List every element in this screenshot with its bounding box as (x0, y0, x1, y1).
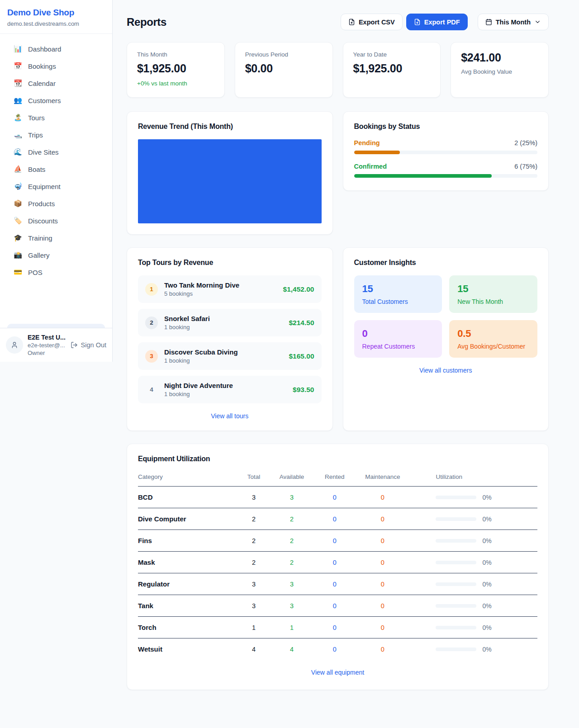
utilization-cell: 0% (409, 624, 537, 631)
stat-value: $0.00 (245, 62, 323, 75)
person-icon (11, 341, 18, 349)
equipment-utilization-card: Equipment Utilization Category Total Ava… (127, 444, 549, 690)
sidebar-item-trips[interactable]: 🛥️ Trips (7, 126, 105, 143)
tour-bookings: 1 booking (164, 357, 282, 364)
tour-list: 1 Two Tank Morning Dive 5 bookings $1,45… (138, 269, 322, 403)
stat-card-avg-booking-value: $241.00 Avg Booking Value (451, 42, 549, 98)
utilization-cell: 0% (409, 494, 537, 501)
utilization-percent: 0% (482, 581, 491, 588)
diving-mask-icon: 🤿 (14, 182, 22, 190)
col-available: Available (270, 469, 313, 487)
sign-out-button[interactable]: Sign Out (71, 341, 106, 349)
cell-maintenance: 0 (356, 638, 409, 660)
rank-badge: 4 (145, 383, 158, 396)
view-all-tours-link[interactable]: View all tours (138, 412, 322, 420)
utilization-bar (436, 517, 476, 521)
stat-delta: +0% vs last month (137, 80, 214, 87)
sidebar-item-dashboard[interactable]: 📊 Dashboard (7, 40, 105, 57)
sailboat-icon: ⛵ (14, 165, 22, 173)
progress-fill-confirmed (354, 174, 492, 178)
cell-maintenance: 0 (356, 595, 409, 617)
cell-total: 2 (238, 530, 270, 552)
stats-row: This Month $1,925.00 +0% vs last month P… (127, 42, 549, 98)
table-row: Mask 2 2 0 0 0% (138, 552, 537, 573)
utilization-bar (436, 539, 476, 543)
user-name: E2E Test U... (28, 334, 66, 341)
utilization-percent: 0% (482, 646, 491, 653)
sidebar-item-customers[interactable]: 👥 Customers (7, 92, 105, 109)
camera-icon: 📸 (14, 251, 22, 259)
sidebar-item-tours[interactable]: 🏝️ Tours (7, 109, 105, 126)
cell-available: 3 (270, 487, 313, 508)
sidebar-item-gallery[interactable]: 📸 Gallery (7, 246, 105, 264)
sidebar-item-bookings[interactable]: 📅 Bookings (7, 57, 105, 75)
view-all-equipment-link[interactable]: View all equipment (138, 669, 537, 676)
user-footer: E2E Test U... e2e-tester@... Owner Sign … (0, 328, 112, 362)
sidebar-item-discounts[interactable]: 🏷️ Discounts (7, 212, 105, 229)
sidebar-item-training[interactable]: 🎓 Training (7, 229, 105, 246)
page-title: Reports (127, 16, 166, 28)
stat-label: Previous Period (245, 51, 323, 58)
sidebar-item-label: Calendar (28, 80, 56, 87)
shop-name: Demo Dive Shop (7, 8, 105, 18)
table-row: Regulator 3 3 0 0 0% (138, 573, 537, 595)
cell-maintenance: 0 (356, 508, 409, 530)
utilization-bar (436, 626, 476, 629)
rank-badge: 2 (145, 317, 158, 329)
view-all-customers-link[interactable]: View all customers (354, 367, 538, 374)
progress-fill-pending (354, 151, 400, 154)
tag-icon: 🏷️ (14, 217, 22, 225)
tile-label: Total Customers (362, 298, 434, 305)
stat-label: Year to Date (353, 51, 431, 58)
tile-label: Avg Bookings/Customer (457, 343, 529, 350)
utilization-bar (436, 604, 476, 608)
main-content: Reports Export CSV Export PDF This Month (113, 0, 579, 690)
tear-off-calendar-icon: 📆 (14, 79, 22, 87)
cell-maintenance: 0 (356, 573, 409, 595)
package-icon: 📦 (14, 199, 22, 208)
stat-value: $241.00 (461, 51, 538, 64)
sidebar-item-equipment[interactable]: 🤿 Equipment (7, 178, 105, 195)
sidebar-item-label: Tours (28, 114, 45, 122)
cell-available: 1 (270, 617, 313, 638)
tour-name: Night Dive Adventure (164, 382, 286, 389)
sidebar-item-label: Discounts (28, 217, 58, 225)
tile-value: 0 (362, 328, 434, 340)
tour-name: Two Tank Morning Dive (164, 281, 277, 289)
user-email: e2e-tester@... (28, 342, 66, 349)
sidebar-item-pos[interactable]: 💳 POS (7, 264, 105, 281)
tour-name: Snorkel Safari (164, 315, 282, 322)
cell-category: Mask (138, 552, 238, 573)
sidebar-item-products[interactable]: 📦 Products (7, 195, 105, 212)
sidebar-item-label: Bookings (28, 62, 56, 70)
cell-rented: 0 (314, 508, 356, 530)
sidebar-item-boats[interactable]: ⛵ Boats (7, 161, 105, 178)
stat-card-year-to-date: Year to Date $1,925.00 (343, 42, 441, 98)
charts-row: Revenue Trend (This Month) Bookings by S… (127, 111, 549, 235)
chevron-down-icon (534, 19, 541, 25)
export-pdf-label: Export PDF (424, 19, 460, 26)
period-dropdown[interactable]: This Month (478, 14, 549, 30)
sidebar-item-calendar[interactable]: 📆 Calendar (7, 75, 105, 92)
col-maintenance: Maintenance (356, 469, 409, 487)
calendar-date-icon: 📅 (14, 62, 22, 70)
utilization-bar (436, 648, 476, 651)
tile-value: 0.5 (457, 328, 529, 340)
motorboat-icon: 🛥️ (14, 131, 22, 139)
cell-maintenance: 0 (356, 552, 409, 573)
user-info: E2E Test U... e2e-tester@... Owner (28, 334, 66, 356)
cell-rented: 0 (314, 573, 356, 595)
user-role: Owner (28, 350, 66, 356)
export-csv-label: Export CSV (359, 19, 395, 26)
sidebar-item-dive-sites[interactable]: 🌊 Dive Sites (7, 143, 105, 161)
utilization-bar (436, 496, 476, 499)
stat-card-this-month: This Month $1,925.00 +0% vs last month (127, 42, 225, 98)
sidebar-item-active-partial[interactable] (7, 324, 105, 328)
tour-bookings: 1 booking (164, 391, 286, 397)
export-pdf-button[interactable]: Export PDF (406, 14, 468, 30)
stat-value: $1,925.00 (353, 62, 431, 75)
export-csv-button[interactable]: Export CSV (341, 14, 403, 30)
cell-category: Dive Computer (138, 508, 238, 530)
col-total: Total (238, 469, 270, 487)
cell-total: 2 (238, 508, 270, 530)
